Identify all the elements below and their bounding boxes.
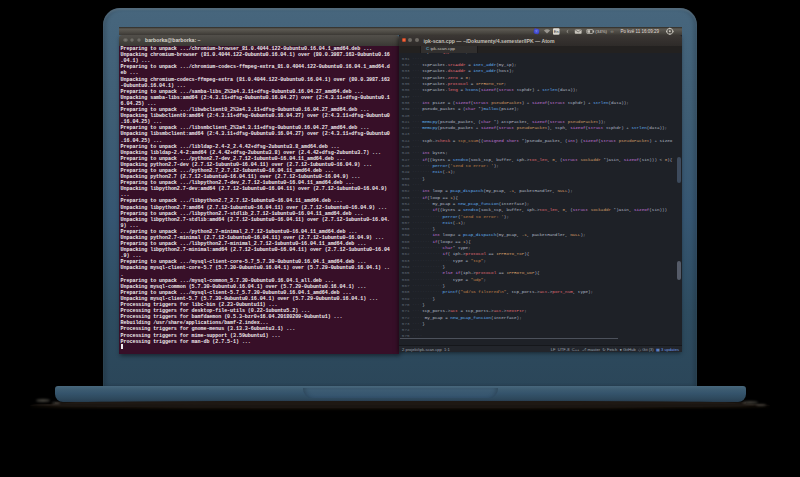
- svg-text:En: En: [554, 29, 559, 34]
- svg-text:‹›: ‹›: [611, 29, 615, 34]
- svg-text:(34%): (34%): [595, 29, 607, 34]
- svg-text:Po kvě 11 16:09:29: Po kvě 11 16:09:29: [621, 29, 660, 34]
